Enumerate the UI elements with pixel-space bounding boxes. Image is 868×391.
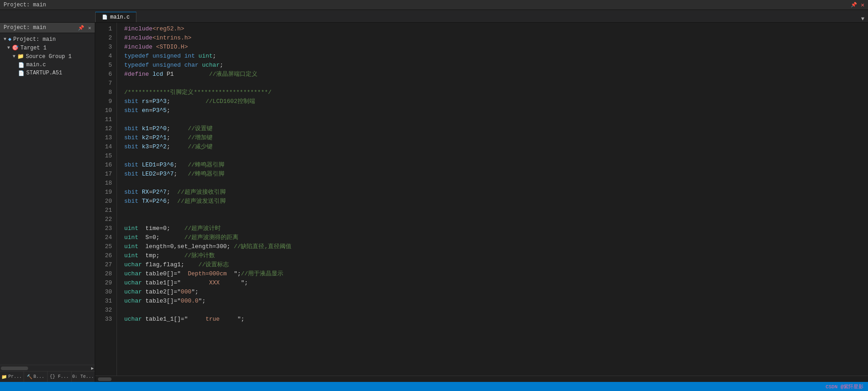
editor-area: 1234567891011121314151617181920212223242… <box>95 23 868 382</box>
editor-scrollbar-h[interactable] <box>95 376 868 382</box>
code-line-1: #include<reg52.h> <box>124 24 868 34</box>
functions-tab-label: {} F... <box>50 374 69 379</box>
project-icon: ◆ <box>8 36 11 43</box>
code-line-32 <box>124 306 868 315</box>
code-line-21 <box>124 206 868 215</box>
project-main-label: Project: main <box>13 36 56 43</box>
startup-a51-label: STARTUP.A51 <box>26 70 62 76</box>
watermark-label: CSDN @紫阡星影 <box>825 383 863 390</box>
tree-arrow-target: ▼ <box>7 45 10 50</box>
build-tab-icon: 🔨 <box>27 374 32 380</box>
project-title-label: Project: main <box>4 2 46 8</box>
sidebar-tab-templates[interactable]: 0↓ Te... <box>72 371 95 382</box>
sidebar-close-icon[interactable]: ✕ <box>88 25 91 31</box>
sidebar-item-startup-a51[interactable]: 📄 STARTUP.A51 <box>0 69 95 77</box>
sidebar-pin-icon[interactable]: 📌 <box>78 25 84 31</box>
code-line-5: typedef unsigned char uchar; <box>124 61 868 70</box>
code-line-12: sbit k1=P2^0; //设置键 <box>124 124 868 133</box>
main-layout: Project: main 📌 ✕ ▼ ◆ Project: main ▼ 🎯 … <box>0 23 868 382</box>
code-container: 1234567891011121314151617181920212223242… <box>95 23 868 376</box>
line-numbers: 1234567891011121314151617181920212223242… <box>95 23 117 376</box>
code-line-30: uchar table2[]="000"; <box>124 288 868 297</box>
sidebar-title: Project: main 📌 ✕ <box>0 23 95 33</box>
scroll-right-arrow[interactable]: ▶ <box>91 366 94 371</box>
code-line-31: uchar table3[]="000.0"; <box>124 297 868 306</box>
bottom-bar: CSDN @紫阡星影 <box>0 382 868 391</box>
asm-file-icon: 📄 <box>18 70 24 76</box>
code-line-11 <box>124 115 868 124</box>
sidebar-tab-build[interactable]: 🔨 B... <box>24 371 48 382</box>
code-line-18 <box>124 179 868 188</box>
code-editor[interactable]: #include<reg52.h>#include<intrins.h>#inc… <box>117 23 868 376</box>
c-file-icon: 📄 <box>18 62 24 68</box>
sidebar-item-target-1[interactable]: ▼ 🎯 Target 1 <box>0 44 95 52</box>
code-line-28: uchar table0[]=" Depth=000cm ";//用于液晶显示 <box>124 269 868 279</box>
code-line-25: uint length=0,set_length=300; //缺陷直径,直径阈… <box>124 242 868 251</box>
target-1-label: Target 1 <box>20 45 47 51</box>
tab-main-c[interactable]: 📄 main.c <box>95 12 136 22</box>
code-line-15 <box>124 152 868 161</box>
pin-icon[interactable]: 📌 <box>851 2 857 8</box>
code-line-9: sbit rs=P3^3; //LCD1602控制端 <box>124 97 868 106</box>
code-line-17: sbit LED2=P3^7; //蜂鸣器引脚 <box>124 170 868 179</box>
code-line-26: uint tmp; //脉冲计数 <box>124 251 868 260</box>
sidebar-scrollbar[interactable] <box>1 367 28 370</box>
target-icon: 🎯 <box>12 44 19 51</box>
tree-arrow-source-group: ▼ <box>13 54 15 59</box>
source-group-1-label: Source Group 1 <box>26 54 72 60</box>
project-tab-label: Pr... <box>8 374 22 379</box>
sidebar: Project: main 📌 ✕ ▼ ◆ Project: main ▼ 🎯 … <box>0 23 95 382</box>
code-line-20: sbit TX=P2^6; //超声波发送引脚 <box>124 197 868 206</box>
sidebar-item-main-c[interactable]: 📄 main.c <box>0 61 95 69</box>
code-line-13: sbit k2=P2^1; //增加键 <box>124 133 868 142</box>
templates-tab-label: 0↓ Te... <box>72 374 94 379</box>
folder-icon: 📁 <box>17 53 24 60</box>
tab-bar: 📄 main.c ▼ <box>0 10 868 23</box>
code-line-22 <box>124 215 868 224</box>
tree-arrow-project: ▼ <box>4 37 6 42</box>
code-line-33: uchar table1_1[]=" true "; <box>124 315 868 324</box>
code-line-3: #include <STDIO.H> <box>124 43 868 52</box>
code-line-27: uchar flag,flag1; //设置标志 <box>124 260 868 269</box>
code-line-23: uint time=0; //超声波计时 <box>124 224 868 233</box>
title-bar: Project: main 📌 ✕ <box>0 0 868 10</box>
sidebar-tab-project[interactable]: 📁 Pr... <box>0 371 24 382</box>
code-line-10: sbit en=P3^5; <box>124 106 868 115</box>
close-icon[interactable]: ✕ <box>861 1 864 9</box>
code-line-19: sbit RX=P2^7; //超声波接收引脚 <box>124 188 868 197</box>
code-line-2: #include<intrins.h> <box>124 34 868 43</box>
code-line-14: sbit k3=P2^2; //减少键 <box>124 142 868 152</box>
sidebar-item-source-group-1[interactable]: ▼ 📁 Source Group 1 <box>0 52 95 61</box>
sidebar-tree: ▼ ◆ Project: main ▼ 🎯 Target 1 ▼ 📁 Sourc… <box>0 33 95 365</box>
code-line-24: uint S=0; //超声波测得的距离 <box>124 233 868 242</box>
code-line-16: sbit LED1=P3^6; //蜂鸣器引脚 <box>124 161 868 170</box>
code-line-6: #define lcd P1 //液晶屏端口定义 <box>124 70 868 79</box>
sidebar-tab-functions[interactable]: {} F... <box>48 371 72 382</box>
main-c-label: main.c <box>26 62 46 68</box>
sidebar-bottom-tabs: 📁 Pr... 🔨 B... {} F... 0↓ Te... <box>0 371 95 382</box>
tab-icon-c: 📄 <box>102 15 107 20</box>
tab-label-main-c: main.c <box>110 14 130 20</box>
project-tab-icon: 📁 <box>1 374 7 380</box>
code-line-7 <box>124 79 868 88</box>
code-line-4: typedef unsigned int uint; <box>124 52 868 61</box>
code-line-8: /************引脚定义*********************/ <box>124 88 868 97</box>
sidebar-title-label: Project: main <box>4 24 46 31</box>
sidebar-item-project-main[interactable]: ▼ ◆ Project: main <box>0 35 95 44</box>
tab-bar-arrow[interactable]: ▼ <box>861 16 864 22</box>
build-tab-label: B... <box>34 374 44 379</box>
code-line-29: uchar table1[]=" XXX "; <box>124 279 868 288</box>
